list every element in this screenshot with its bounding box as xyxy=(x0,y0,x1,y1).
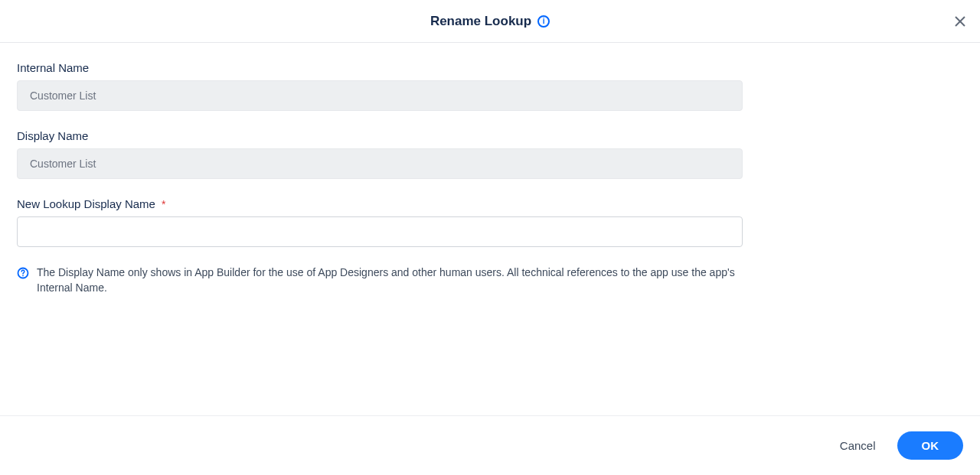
modal-title-text: Rename Lookup xyxy=(430,14,531,29)
new-display-name-label: New Lookup Display Name * xyxy=(17,197,963,210)
svg-point-3 xyxy=(22,275,24,276)
ok-button[interactable]: OK xyxy=(897,431,964,460)
internal-name-value: Customer List xyxy=(30,89,96,102)
close-button[interactable] xyxy=(949,11,971,32)
required-asterisk: * xyxy=(162,198,165,210)
display-name-value: Customer List xyxy=(30,158,96,170)
display-name-field: Customer List xyxy=(17,148,743,179)
help-row: The Display Name only shows in App Build… xyxy=(17,265,963,295)
internal-name-label: Internal Name xyxy=(17,61,963,74)
info-icon[interactable]: i xyxy=(537,15,550,28)
display-name-label: Display Name xyxy=(17,129,963,142)
rename-lookup-modal: Rename Lookup i Internal Name Customer L… xyxy=(0,0,980,475)
modal-title: Rename Lookup i xyxy=(430,14,550,29)
new-display-name-label-text: New Lookup Display Name xyxy=(17,197,155,210)
internal-name-group: Internal Name Customer List xyxy=(17,61,963,111)
internal-name-field: Customer List xyxy=(17,80,743,111)
modal-footer: Cancel OK xyxy=(0,415,980,475)
modal-header: Rename Lookup i xyxy=(0,0,980,43)
close-icon xyxy=(954,15,966,28)
help-question-icon xyxy=(17,267,29,279)
new-display-name-input[interactable] xyxy=(17,216,743,247)
display-name-group: Display Name Customer List xyxy=(17,129,963,179)
modal-body: Internal Name Customer List Display Name… xyxy=(0,43,980,415)
cancel-button[interactable]: Cancel xyxy=(837,434,879,457)
help-text: The Display Name only shows in App Build… xyxy=(37,265,747,295)
new-display-name-group: New Lookup Display Name * xyxy=(17,197,963,247)
